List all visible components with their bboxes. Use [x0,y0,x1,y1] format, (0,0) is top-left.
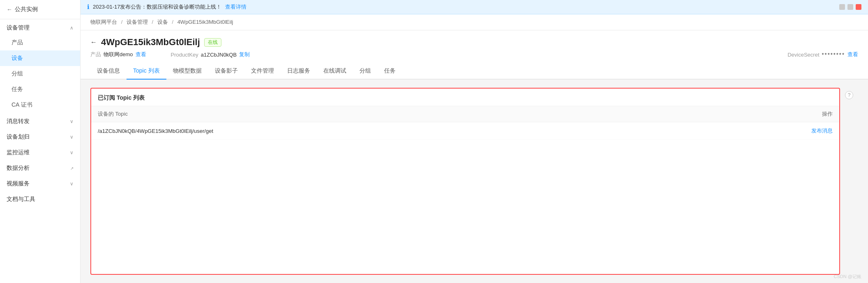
close-button[interactable] [856,4,861,10]
sidebar-group-data-analysis-label: 数据分析 [7,164,30,172]
tab-online-debug[interactable]: 在线调试 [317,63,353,80]
sidebar: ← 公共实例 设备管理 ∧ 产品 设备 分组 任务 CA 证书 消息转发 ∨ 设… [0,0,81,283]
product-meta: 产品 物联网demo 查看 [90,51,146,58]
page-title: 4WpGE15ik3MbGt0lEilj [101,37,200,48]
banner-link[interactable]: 查看详情 [225,3,246,11]
sidebar-item-ca[interactable]: CA 证书 [0,97,80,113]
sidebar-group-monitor[interactable]: 监控运维 ∨ [0,144,80,160]
sidebar-group-video[interactable]: 视频服务 ∨ [0,175,80,191]
tab-device-info[interactable]: 设备信息 [90,63,127,80]
help-icon-wrapper: ? [845,88,858,275]
maximize-button[interactable] [847,4,853,10]
product-label: 产品 [90,51,101,58]
topic-value: /a1ZCbJN0kQB/4WpGE15ik3MbGt0lEilj/user/g… [98,128,213,134]
tab-group[interactable]: 分组 [353,63,378,80]
chevron-down-icon-2: ∨ [70,134,74,140]
breadcrumb-sep-1: / [121,19,123,25]
sidebar-section-message: 消息转发 ∨ [0,113,80,128]
sidebar-item-device[interactable]: 设备 [0,50,80,66]
device-secret-label: DeviceSecret [787,52,819,58]
product-key-label: ProductKey [171,52,198,58]
product-key-copy-link[interactable]: 复制 [239,51,250,58]
top-banner: ℹ 2023-01-17发布公告：数据压缩和设备诊断功能上线！ 查看详情 [81,0,868,14]
minimize-button[interactable] [839,4,845,10]
tab-thing-model[interactable]: 物模型数据 [166,63,208,80]
page-back-arrow-icon[interactable]: ← [90,39,97,46]
breadcrumb-device-mgmt[interactable]: 设备管理 [127,19,148,25]
content-area: 已订阅 Topic 列表 设备的 Topic 操作 /a1ZCbJN0kQB/4… [81,80,868,283]
back-arrow-icon: ← [7,6,12,13]
breadcrumb-device-id: 4WpGE15ik3MbGt0lEilj [177,19,233,25]
chevron-down-icon-3: ∨ [70,150,74,155]
footer-watermark: CSDN @记账 [834,274,861,280]
sidebar-item-product[interactable]: 产品 [0,35,80,50]
sidebar-back[interactable]: ← 公共实例 [0,0,80,19]
sidebar-group-data-analysis[interactable]: 数据分析 ↗ [0,160,80,175]
sidebar-item-group[interactable]: 分组 [0,66,80,82]
tab-log-service[interactable]: 日志服务 [281,63,317,80]
banner-text: 2023-01-17发布公告：数据压缩和设备诊断功能上线！ [93,3,222,11]
topic-col-topic: 设备的 Topic [98,110,128,118]
device-secret-view-link[interactable]: 查看 [847,51,858,58]
breadcrumb-device[interactable]: 设备 [157,19,168,25]
main-content: ℹ 2023-01-17发布公告：数据压缩和设备诊断功能上线！ 查看详情 物联网… [81,0,868,283]
chevron-down-icon-1: ∨ [70,119,74,124]
sidebar-group-monitor-label: 监控运维 [7,149,30,156]
chevron-up-icon: ∧ [70,25,74,31]
device-secret-value: ******** [822,52,845,58]
meta-row: 产品 物联网demo 查看 ProductKey a1ZCbJN0kQB 复制 … [90,51,858,58]
sidebar-group-message[interactable]: 消息转发 ∨ [0,113,80,128]
breadcrumb: 物联网平台 / 设备管理 / 设备 / 4WpGE15ik3MbGt0lEilj [81,14,868,30]
sidebar-group-device-assign[interactable]: 设备划归 ∨ [0,128,80,144]
sidebar-section-docs: 文档与工具 [0,191,80,206]
sidebar-group-label: 设备管理 [7,24,30,32]
chevron-down-icon-4: ∨ [70,181,74,187]
tabs: 设备信息 Topic 列表 物模型数据 设备影子 文件管理 日志服务 在线调试 … [81,63,868,80]
table-row: /a1ZCbJN0kQB/4WpGE15ik3MbGt0lEilj/user/g… [91,122,839,140]
sidebar-group-docs[interactable]: 文档与工具 [0,191,80,206]
external-link-icon: ↗ [70,166,74,171]
product-key-value: a1ZCbJN0kQB [201,52,237,58]
info-icon: ℹ [87,3,90,11]
breadcrumb-sep-2: / [152,19,154,25]
sidebar-back-label: 公共实例 [15,6,38,13]
tab-file-manage[interactable]: 文件管理 [244,63,281,80]
page-header: ← 4WpGE15ik3MbGt0lEilj 在线 产品 物联网demo 查看 … [81,30,868,63]
sidebar-section-device-assign: 设备划归 ∨ [0,128,80,144]
product-key-meta: ProductKey a1ZCbJN0kQB 复制 [171,51,250,58]
tab-task[interactable]: 任务 [378,63,402,80]
sidebar-section-data-analysis: 数据分析 ↗ [0,160,80,175]
help-icon[interactable]: ? [845,91,853,99]
tab-topic-list[interactable]: Topic 列表 [127,63,166,80]
page-title-row: ← 4WpGE15ik3MbGt0lEilj 在线 [90,37,858,48]
sidebar-group-device-management[interactable]: 设备管理 ∧ [0,19,80,35]
sidebar-item-task[interactable]: 任务 [0,82,80,97]
sidebar-group-device-assign-label: 设备划归 [7,133,30,141]
sidebar-group-video-label: 视频服务 [7,180,30,187]
sidebar-group-message-label: 消息转发 [7,118,30,125]
topic-col-action: 操作 [822,110,833,118]
breadcrumb-sep-3: / [172,19,173,25]
status-badge: 在线 [204,38,221,47]
device-secret-meta: DeviceSecret ******** 查看 [787,51,858,58]
topic-table-header: 设备的 Topic 操作 [91,106,839,122]
window-controls [839,4,861,10]
sidebar-section-device-management: 设备管理 ∧ 产品 设备 分组 任务 CA 证书 [0,19,80,113]
tab-device-shadow[interactable]: 设备影子 [208,63,244,80]
topic-card-header: 已订阅 Topic 列表 [91,89,839,106]
publish-message-link[interactable]: 发布消息 [811,127,833,135]
sidebar-section-monitor: 监控运维 ∨ [0,144,80,160]
product-value: 物联网demo [104,51,133,58]
breadcrumb-platform[interactable]: 物联网平台 [90,19,117,25]
sidebar-group-docs-label: 文档与工具 [7,196,35,203]
sidebar-section-video: 视频服务 ∨ [0,175,80,191]
topic-card: 已订阅 Topic 列表 设备的 Topic 操作 /a1ZCbJN0kQB/4… [90,88,840,275]
product-view-link[interactable]: 查看 [136,51,146,58]
